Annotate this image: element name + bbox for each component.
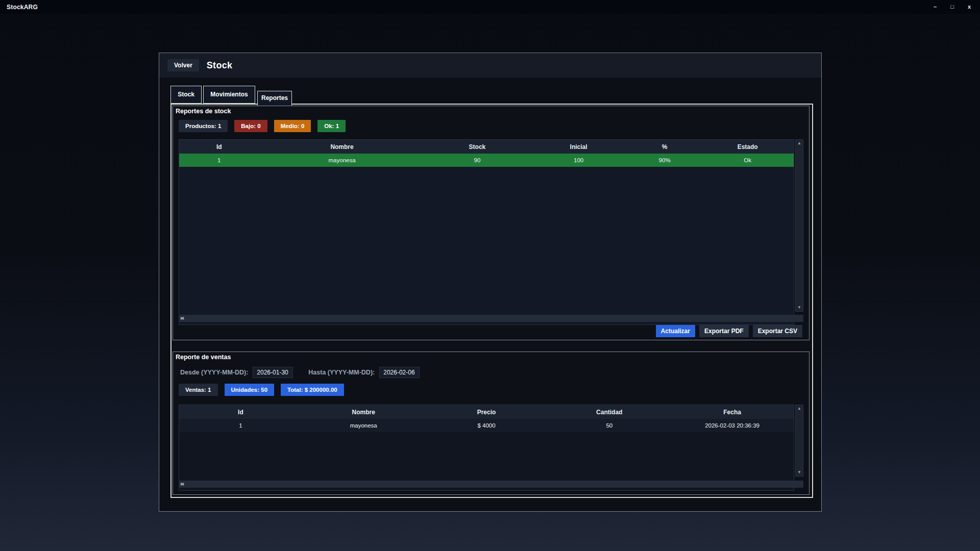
stock-table-empty-area [179, 167, 794, 324]
stock-table-horizontal-scrollbar[interactable]: ◀ ▶ [179, 315, 803, 322]
actualizar-button[interactable]: Actualizar [656, 325, 695, 337]
cell-estado: Ok [701, 157, 794, 163]
sales-table-header: Id Nombre Precio Cantidad Fecha [179, 405, 794, 419]
badge-ok: Ok: 1 [317, 120, 346, 132]
col-id[interactable]: Id [179, 143, 259, 151]
sales-report-section: Reporte de ventas Desde (YYYY-MM-DD): Ha… [173, 352, 810, 495]
desktop: { "titlebar": { "app_title": "StockARG",… [0, 0, 980, 551]
date-to-input[interactable] [379, 367, 420, 378]
date-to-label: Hasta (YYYY-MM-DD): [308, 369, 375, 376]
cell-id: 1 [179, 422, 302, 429]
stock-report-title: Reportes de stock [176, 108, 231, 115]
col-cantidad[interactable]: Cantidad [548, 409, 671, 416]
sales-table-horizontal-scrollbar[interactable]: ◀ ▶ [179, 481, 803, 488]
col-precio[interactable]: Precio [425, 409, 548, 416]
sales-date-filters: Desde (YYYY-MM-DD): Hasta (YYYY-MM-DD): [180, 367, 420, 378]
badge-medio: Medio: 0 [274, 120, 311, 132]
col-fecha[interactable]: Fecha [671, 409, 794, 416]
reportes-tab-content: Reportes de stock Productos: 1 Bajo: 0 M… [170, 104, 813, 498]
sales-table: Id Nombre Precio Cantidad Fecha 1 mayone… [179, 405, 794, 491]
cell-id: 1 [179, 157, 259, 163]
date-from-input[interactable] [253, 367, 293, 378]
stock-report-actions: Actualizar Exportar PDF Exportar CSV [656, 325, 802, 337]
cell-fecha: 2026-02-03 20:36:39 [671, 422, 794, 429]
scroll-down-icon[interactable]: ▼ [797, 470, 801, 474]
maximize-icon[interactable]: □ [950, 4, 954, 10]
scroll-up-icon[interactable]: ▲ [797, 141, 801, 145]
minimize-icon[interactable]: – [934, 4, 937, 10]
close-icon[interactable]: x [968, 4, 971, 10]
stock-report-section: Reportes de stock Productos: 1 Bajo: 0 M… [173, 106, 810, 340]
badge-unidades: Unidades: 50 [225, 384, 275, 396]
scroll-down-icon[interactable]: ▼ [797, 306, 801, 310]
panel-header: Volver Stock [159, 53, 821, 78]
scroll-right-icon[interactable]: ▶ [181, 482, 184, 486]
stock-table: Id Nombre Stock Inicial % Estado 1 mayon… [179, 139, 794, 325]
badge-productos: Productos: 1 [179, 120, 228, 132]
col-stock[interactable]: Stock [425, 143, 530, 151]
cell-inicial: 100 [529, 157, 628, 163]
cell-nombre: mayonesa [302, 422, 425, 429]
stock-table-header: Id Nombre Stock Inicial % Estado [179, 140, 794, 154]
sales-report-title: Reporte de ventas [176, 354, 231, 361]
col-nombre[interactable]: Nombre [302, 409, 425, 416]
tab-reportes[interactable]: Reportes [257, 91, 292, 106]
sales-summary-badges: Ventas: 1 Unidades: 50 Total: $ 200000.0… [179, 384, 344, 396]
sales-table-vertical-scrollbar[interactable]: ▲ ▼ [795, 405, 803, 477]
cell-cantidad: 50 [548, 422, 671, 429]
col-pct[interactable]: % [628, 143, 701, 151]
col-id[interactable]: Id [179, 409, 302, 416]
scroll-right-icon[interactable]: ▶ [181, 316, 184, 320]
col-estado[interactable]: Estado [701, 143, 794, 151]
page-title: Stock [207, 60, 233, 71]
exportar-csv-button[interactable]: Exportar CSV [753, 325, 802, 337]
stock-table-zone: Id Nombre Stock Inicial % Estado 1 mayon… [179, 139, 803, 325]
cell-nombre: mayonesa [259, 157, 425, 163]
badge-bajo: Bajo: 0 [234, 120, 267, 132]
table-row[interactable]: 1 mayonesa $ 4000 50 2026-02-03 20:36:39 [179, 419, 794, 432]
app-title: StockARG [0, 4, 38, 11]
exportar-pdf-button[interactable]: Exportar PDF [699, 325, 749, 337]
badge-ventas: Ventas: 1 [179, 384, 218, 396]
window-controls: – □ x [934, 4, 980, 10]
table-row[interactable]: 1 mayonesa 90 100 90% Ok [179, 154, 794, 167]
titlebar: StockARG – □ x [0, 0, 980, 14]
cell-stock: 90 [425, 157, 530, 163]
tab-stock[interactable]: Stock [170, 86, 202, 104]
col-inicial[interactable]: Inicial [529, 143, 628, 151]
cell-pct: 90% [628, 157, 701, 163]
badge-total: Total: $ 200000.00 [281, 384, 344, 396]
col-nombre[interactable]: Nombre [259, 143, 425, 151]
cell-precio: $ 4000 [425, 422, 548, 429]
back-button[interactable]: Volver [167, 59, 199, 71]
scroll-up-icon[interactable]: ▲ [797, 407, 801, 411]
stock-table-vertical-scrollbar[interactable]: ▲ ▼ [795, 139, 803, 312]
date-from-label: Desde (YYYY-MM-DD): [180, 369, 248, 376]
sales-table-zone: Id Nombre Precio Cantidad Fecha 1 mayone… [179, 405, 803, 491]
tab-movimientos[interactable]: Movimientos [203, 86, 255, 104]
stock-window: Volver Stock Stock Movimientos Reportes … [159, 53, 822, 512]
stock-summary-badges: Productos: 1 Bajo: 0 Medio: 0 Ok: 1 [179, 120, 346, 132]
